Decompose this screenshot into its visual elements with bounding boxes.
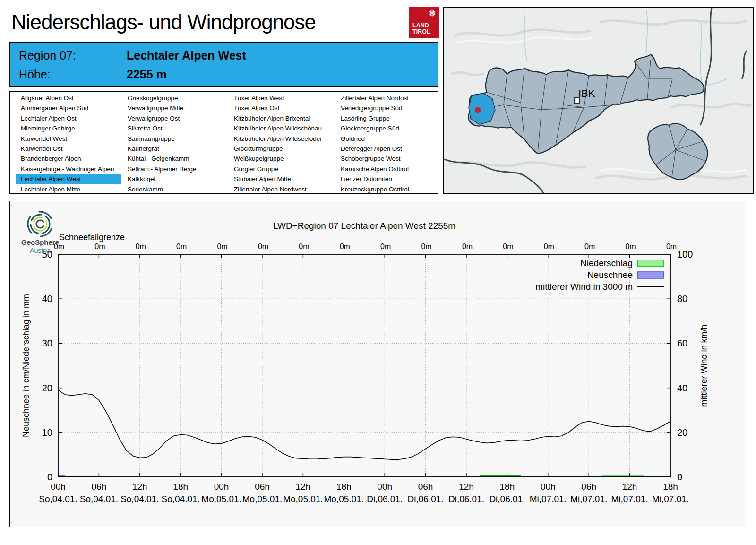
region-list-item[interactable]: Silvretta Ost (122, 123, 228, 133)
region-list-item[interactable]: Weißkugelgruppe (229, 154, 335, 164)
region-list-item-selected[interactable]: Lechtaler Alpen West (16, 174, 121, 184)
snowline-tick-label: 0m (666, 242, 677, 251)
region-list-item[interactable]: Kühtai - Geigenkamm (122, 154, 228, 164)
x-date-label: Di,06.01. (408, 494, 444, 504)
region-list-item[interactable]: Schobergruppe West (335, 154, 441, 164)
map-region-marker (475, 107, 481, 113)
region-list-item[interactable]: Lienzer Dolomiten (335, 174, 441, 184)
region-list-column: Zillertaler Alpen NordostVenedigergruppe… (335, 93, 441, 194)
snowline-tick-label: 0m (462, 242, 472, 251)
x-date-label: Mo,05.01. (324, 494, 364, 504)
tirol-map: IBK (443, 7, 754, 194)
x-hour-label: 18h (500, 482, 515, 492)
region-list-item[interactable]: Deferegger Alpen Ost (335, 144, 441, 154)
y-right-tick-label: 100 (677, 249, 693, 260)
y-right-tick-label: 60 (677, 338, 687, 348)
y-left-tick-label: 40 (42, 294, 52, 304)
y-left-tick-label: 10 (42, 427, 52, 438)
y-left-tick-label: 20 (42, 383, 52, 393)
region-list-item[interactable]: Tuxer Alpen Ost (229, 103, 335, 113)
region-list-item[interactable]: Sellrain - Alpeiner Berge (122, 164, 228, 174)
region-list-item[interactable]: Venedigergruppe Süd (335, 103, 441, 113)
region-list-item[interactable]: Stubaier Alpen Mitte (229, 174, 335, 184)
region-list-item[interactable]: Karwendel West (16, 134, 121, 144)
y-left-tick-label: 0 (47, 472, 52, 482)
snowline-tick-label: 0m (94, 242, 105, 251)
region-list-column: GrieskogelgruppeVerwallgruppe MitteVerwa… (122, 93, 228, 194)
map-highlight-region[interactable] (469, 93, 495, 124)
snowline-tick-label: 0m (340, 242, 350, 251)
x-date-label: Di,06.01. (489, 494, 525, 504)
forecast-page: Niederschlags- und Windprognose ❅ LAND T… (0, 0, 756, 545)
x-date-label: Mi,07.01. (530, 494, 567, 504)
region-list-item[interactable]: Verwallgruppe Ost (122, 113, 228, 123)
chart-legend: NiederschlagNeuschneemittlerer Wind in 3… (535, 258, 664, 292)
region-list-item[interactable]: Karnische Alpen Osttirol (335, 164, 441, 174)
region-list-item[interactable]: Grieskogelgruppe (122, 93, 228, 103)
region-list-item[interactable]: Gurgler Gruppe (229, 164, 335, 174)
x-date-label: So,04.01. (39, 494, 77, 504)
region-list-item[interactable]: Kalkkögel (122, 174, 228, 184)
region-list-item[interactable]: Glocknergruppe Süd (335, 123, 441, 133)
altitude-value: 2255 m (127, 68, 167, 81)
x-hour-label: 12h (132, 482, 147, 492)
snowline-tick-label: 0m (380, 242, 391, 251)
region-list-item[interactable]: Lechtaler Alpen Ost (16, 113, 121, 123)
region-row: Region 07: Lechtaler Alpen West (19, 49, 425, 62)
region-list-item[interactable]: Kaisergebirge - Waidringer Alpen (16, 164, 121, 174)
snowline-tick-label: 0m (584, 242, 595, 251)
x-date-label: So,04.01. (120, 494, 159, 504)
region-list-item[interactable]: Samnaungruppe (122, 134, 228, 144)
snowline-tick-label: 0m (258, 242, 268, 251)
region-list-item[interactable]: Ammergauer Alpen Süd (16, 103, 121, 113)
x-date-label: So,04.01. (162, 494, 200, 504)
region-list-item[interactable]: Mieminger Gebirge (16, 123, 121, 133)
region-list-column: Allgäuer Alpen OstAmmergauer Alpen SüdLe… (16, 93, 121, 194)
snowline-tick-label: 0m (299, 242, 309, 251)
x-date-label: Di,06.01. (448, 494, 484, 504)
x-date-label: Di,06.01. (367, 494, 403, 504)
x-hour-label: 18h (336, 482, 352, 492)
altitude-label: Höhe: (19, 68, 51, 81)
region-list-item[interactable]: Kaunergrat (122, 144, 228, 154)
region-list-item[interactable]: Allgäuer Alpen Ost (16, 93, 121, 103)
legend-swatch-niederschlag (637, 260, 664, 267)
legend-label: mittlerer Wind in 3000 m (535, 282, 633, 292)
y-right-tick-label: 0 (677, 472, 682, 482)
region-list-item[interactable]: Zillertaler Alpen Nordost (335, 93, 441, 103)
region-list-item[interactable]: Zillertaler Alpen Nordwest (229, 184, 335, 194)
region-list-item[interactable]: Kitzbüheler Alpen Wildschönau (229, 123, 335, 133)
x-date-label: Mo,05.01. (242, 494, 283, 504)
region-list-item[interactable]: Lasörling Gruppe (335, 113, 441, 123)
x-hour-label: 00h (377, 482, 392, 492)
region-list-item[interactable]: Lechtaler Alpen Mitte (16, 184, 121, 194)
region-list-item[interactable]: Verwallgruppe Mitte (122, 103, 228, 113)
x-hour-label: 06h (92, 482, 107, 492)
x-hour-label: 00h (51, 482, 66, 492)
geosphere-country: Austria (30, 247, 51, 254)
region-list-item[interactable]: Goldried (335, 134, 441, 144)
region-list-item[interactable]: Tuxer Alpen West (229, 93, 335, 103)
x-date-label: Mo,05.01. (283, 494, 323, 504)
region-list-item[interactable]: Glockturmgruppe (229, 144, 335, 154)
snowline-tick-label: 0m (421, 242, 431, 251)
region-list-item[interactable]: Karwendel Ost (16, 144, 121, 154)
wind-line (58, 390, 670, 459)
snowline-tick-label: 0m (176, 242, 187, 251)
chart-title: LWD−Region 07 Lechtaler Alpen West 2255m (273, 221, 455, 231)
top-axis-label: Schneefallgrenze (59, 233, 125, 242)
snowline-tick-label: 0m (625, 242, 636, 251)
region-list-item[interactable]: Serleskamm (122, 184, 228, 194)
x-hour-label: 00h (214, 482, 229, 492)
y-right-tick-label: 40 (677, 383, 687, 393)
region-label: Region 07: (19, 49, 76, 62)
x-hour-label: 06h (255, 482, 270, 492)
legend-label: Neuschnee (587, 270, 633, 280)
region-list-item[interactable]: Brandenberger Alpen (16, 154, 121, 164)
region-list-item[interactable]: Kitzbüheler Alpen Brixental (229, 113, 335, 123)
region-list-column: Tuxer Alpen WestTuxer Alpen OstKitzbühel… (229, 93, 335, 194)
y-right-tick-label: 20 (677, 427, 687, 438)
region-list-item[interactable]: Kreuzeckgruppe Osttirol (335, 184, 441, 194)
region-list-item[interactable]: Kitzbüheler Alpen Wildseeloder (229, 134, 335, 144)
land-tirol-logo-text: LAND TIROL (412, 23, 430, 35)
